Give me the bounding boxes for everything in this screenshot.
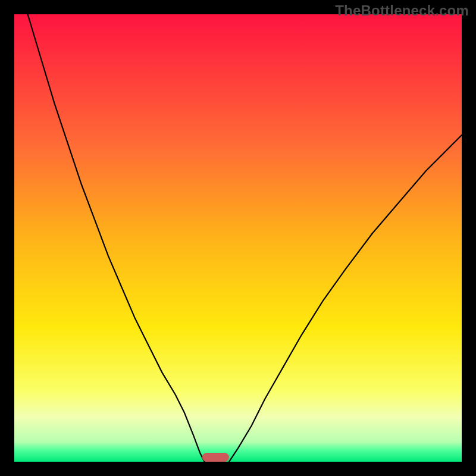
watermark-text: TheBottleneck.com (335, 2, 469, 19)
chart-background (14, 14, 462, 462)
chart-frame: TheBottleneck.com (0, 0, 476, 476)
plot-area (14, 14, 462, 462)
bottleneck-marker (202, 453, 229, 462)
chart-svg (14, 14, 462, 462)
